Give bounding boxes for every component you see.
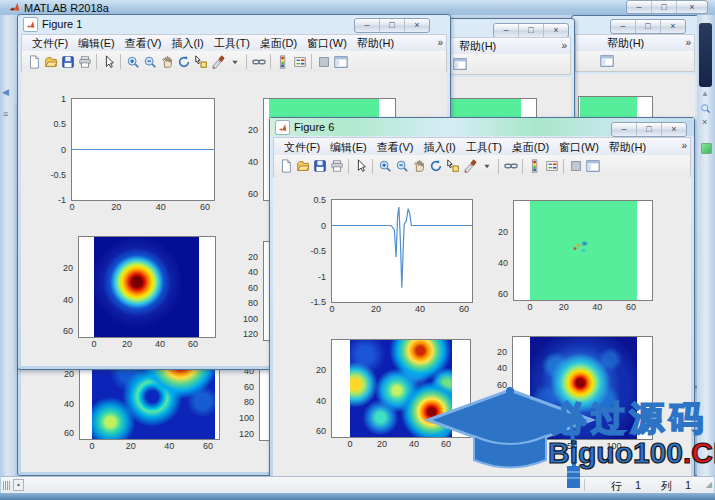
link-plots-icon[interactable]: [250, 53, 267, 70]
tick-label: 120: [239, 429, 254, 439]
show-plot-tools-icon[interactable]: [451, 56, 468, 73]
figure6-titlebar[interactable]: Figure 6 – □ ×: [270, 118, 694, 136]
menu-item[interactable]: 插入(I): [418, 140, 460, 155]
hide-plot-tools-icon[interactable]: [567, 158, 584, 175]
right-panel-strip: ▲ ×: [697, 15, 715, 476]
menu-overflow-chevron[interactable]: »: [685, 37, 691, 48]
tick-label: 80: [244, 397, 254, 407]
bg-window-d-titlebar[interactable]: – □ ×: [572, 16, 698, 34]
maximize-button[interactable]: □: [652, 1, 677, 13]
zoom-in-icon[interactable]: [124, 53, 141, 70]
menu-item[interactable]: 编辑(E): [73, 36, 120, 51]
brush-icon[interactable]: [461, 158, 478, 175]
edit-plot-icon[interactable]: [100, 53, 117, 70]
maximize-button[interactable]: □: [637, 123, 662, 136]
close-button[interactable]: ×: [677, 1, 707, 13]
insert-legend-icon[interactable]: [543, 158, 560, 175]
edit-plot-icon[interactable]: [352, 158, 369, 175]
menu-overflow-chevron[interactable]: »: [437, 37, 443, 48]
zoom-out-icon[interactable]: [393, 158, 410, 175]
save-figure-icon[interactable]: [311, 158, 328, 175]
new-figure-icon[interactable]: [277, 158, 294, 175]
data-cursor-icon[interactable]: [444, 158, 461, 175]
menu-item[interactable]: 编辑(E): [325, 140, 372, 155]
insert-colorbar-icon[interactable]: [526, 158, 543, 175]
menu-item[interactable]: 文件(F): [279, 140, 325, 155]
show-plot-tools-icon[interactable]: [584, 158, 601, 175]
pan-icon[interactable]: [410, 158, 427, 175]
collapse-left-arrow-icon[interactable]: ◀: [2, 87, 9, 97]
rotate-3d-icon[interactable]: [175, 53, 192, 70]
open-file-icon[interactable]: [42, 53, 59, 70]
open-file-icon[interactable]: [294, 158, 311, 175]
bg-window-e-toolbar: [447, 54, 571, 75]
figure1-titlebar[interactable]: Figure 1 – □ ×: [18, 15, 450, 33]
green-swatch-icon[interactable]: [701, 143, 712, 154]
minimize-button[interactable]: –: [627, 1, 652, 13]
tick-label: 0.5: [53, 119, 66, 129]
close-button[interactable]: ×: [544, 24, 568, 37]
tick-label: 60: [203, 441, 213, 451]
statusbar-row-label: 行: [611, 479, 622, 494]
brush-dropdown-icon[interactable]: [226, 53, 243, 70]
menu-item[interactable]: 查看(V): [372, 140, 419, 155]
menu-item[interactable]: 查看(V): [120, 36, 167, 51]
statusbar-col-value: 1: [685, 479, 691, 491]
show-plot-tools-icon[interactable]: [332, 53, 349, 70]
menu-item[interactable]: 窗口(W): [302, 36, 352, 51]
tick-label: 20: [377, 439, 387, 449]
bg-window-e-titlebar[interactable]: – □ ×: [444, 19, 574, 37]
link-plots-icon[interactable]: [502, 158, 519, 175]
maximize-button[interactable]: □: [380, 19, 405, 32]
main-window-titlebar[interactable]: MATLAB R2018a: [0, 0, 715, 15]
show-plot-tools-icon[interactable]: [598, 53, 615, 70]
zoom-in-icon[interactable]: [376, 158, 393, 175]
save-figure-icon[interactable]: [59, 53, 76, 70]
menu-item[interactable]: 文件(F): [27, 36, 73, 51]
scroll-up-icon[interactable]: ▲: [701, 89, 709, 98]
menu-item[interactable]: 桌面(D): [507, 140, 554, 155]
insert-legend-icon[interactable]: [291, 53, 308, 70]
brush-dropdown-icon[interactable]: [478, 158, 495, 175]
pan-icon[interactable]: [158, 53, 175, 70]
menu-item-help[interactable]: 帮助(H): [454, 39, 501, 54]
data-cursor-icon[interactable]: [192, 53, 209, 70]
figure6-controls: – □ ×: [611, 122, 687, 137]
menu-item[interactable]: 工具(T): [461, 140, 507, 155]
close-button[interactable]: ×: [405, 19, 429, 32]
print-figure-icon[interactable]: [76, 53, 93, 70]
menu-item[interactable]: 插入(I): [166, 36, 208, 51]
new-figure-icon[interactable]: [25, 53, 42, 70]
resize-grip-icon[interactable]: ◢: [706, 480, 712, 489]
rotate-3d-icon[interactable]: [427, 158, 444, 175]
figure6-window[interactable]: Figure 6 – □ × » 文件(F)编辑(E)查看(V)插入(I)工具(…: [269, 117, 695, 480]
tick-label: 60: [248, 189, 258, 199]
minimize-button[interactable]: –: [494, 24, 519, 37]
menu-overflow-chevron[interactable]: »: [681, 140, 687, 151]
menu-item-help[interactable]: 帮助(H): [602, 36, 649, 51]
minimize-button[interactable]: –: [612, 123, 637, 136]
menu-item[interactable]: 工具(T): [209, 36, 255, 51]
print-figure-icon[interactable]: [328, 158, 345, 175]
close-panel-icon[interactable]: ×: [702, 117, 707, 127]
minimize-button[interactable]: –: [611, 20, 636, 33]
hide-plot-tools-icon[interactable]: [315, 53, 332, 70]
panel-grid-icon[interactable]: ≡: [3, 109, 8, 119]
tick-label: 20: [559, 302, 569, 312]
menu-item[interactable]: 帮助(H): [604, 140, 651, 155]
minimize-button[interactable]: –: [355, 19, 380, 32]
magnifier-icon[interactable]: [700, 103, 711, 114]
menu-item[interactable]: 帮助(H): [352, 36, 399, 51]
brush-icon[interactable]: [209, 53, 226, 70]
close-button[interactable]: ×: [661, 20, 685, 33]
menu-item[interactable]: 桌面(D): [255, 36, 302, 51]
statusbar-grip[interactable]: ▴: [3, 479, 24, 491]
maximize-button[interactable]: □: [519, 24, 544, 37]
close-button[interactable]: ×: [662, 123, 686, 136]
docked-dark-panel[interactable]: [699, 23, 712, 87]
menu-item[interactable]: 窗口(W): [554, 140, 604, 155]
zoom-out-icon[interactable]: [141, 53, 158, 70]
insert-colorbar-icon[interactable]: [274, 53, 291, 70]
maximize-button[interactable]: □: [636, 20, 661, 33]
menu-overflow-chevron[interactable]: »: [561, 40, 567, 51]
